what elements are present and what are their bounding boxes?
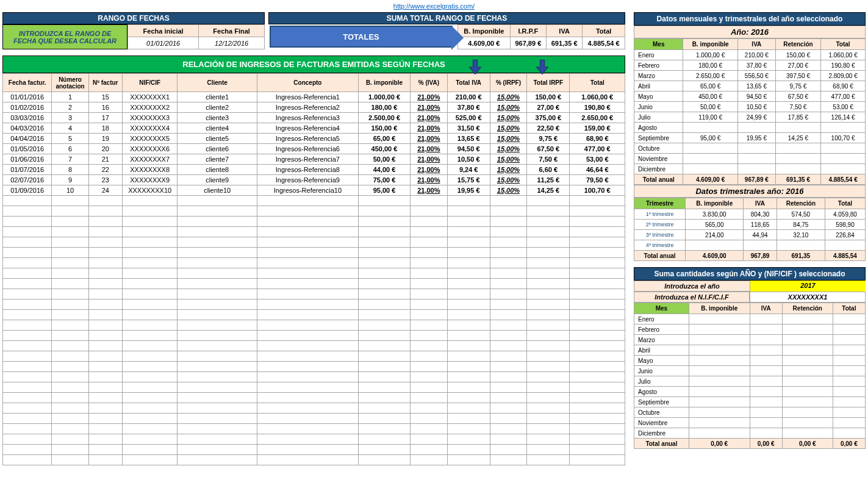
table-row[interactable] [3, 372, 625, 382]
table-row[interactable] [3, 206, 625, 217]
main-col-header: Total IVA [447, 74, 490, 92]
main-col-header: B. imponible [358, 74, 410, 92]
banner-text: RELACIÓN DE INGRESOS DE FACTURAS EMITIDA… [182, 60, 445, 69]
main-col-header: Total IRPF [527, 74, 570, 92]
table-row: Diciembre [634, 428, 866, 439]
intro-nif-input[interactable]: XXXXXXXX1 [750, 292, 866, 303]
table-row[interactable] [3, 310, 625, 320]
table-row[interactable] [3, 403, 625, 414]
introduzca-rango-box: INTRODUZCA EL RANGO DE FECHA QUE DESEA C… [2, 24, 127, 49]
table-row: Marzo [634, 335, 866, 345]
totales-shape: TOTALES [270, 26, 453, 48]
table-row: Septiembre95,00 €19,95 €14,25 €100,70 € [634, 133, 866, 143]
table-row[interactable] [3, 455, 625, 465]
table-row[interactable] [3, 299, 625, 310]
table-row[interactable] [3, 248, 625, 258]
table-row[interactable] [3, 424, 625, 434]
table-row[interactable] [3, 414, 625, 424]
table-row[interactable] [3, 217, 625, 227]
sum-val: 691,35 € [546, 37, 582, 49]
main-col-header: NIF/CIF [122, 74, 177, 92]
table-row[interactable] [3, 393, 625, 403]
table-row[interactable] [3, 445, 625, 455]
arrow-down-icon [467, 59, 484, 76]
table-row: Octubre [634, 407, 866, 418]
table-row: Agosto [634, 387, 866, 397]
table-row[interactable] [3, 196, 625, 206]
table-row[interactable] [3, 331, 625, 341]
table-row[interactable] [3, 227, 625, 237]
mini-col: B. imponible [689, 303, 750, 314]
table-row[interactable] [3, 268, 625, 279]
table-row[interactable]: 01/02/2016216XXXXXXXX2cliente2Ingresos-R… [3, 102, 625, 113]
rango-header: RANGO DE FECHAS [2, 12, 265, 24]
mini-col: Retención [782, 303, 833, 314]
table-row: Agosto [634, 123, 866, 133]
table-row: Mayo450,00 €94,50 €67,50 €477,00 € [634, 91, 866, 102]
mini-col: B. imponible [686, 198, 744, 209]
table-row[interactable] [3, 258, 625, 268]
mini-col: IVA [737, 39, 775, 50]
table-row[interactable] [3, 362, 625, 372]
table-row[interactable]: 03/03/2016317XXXXXXXX3cliente3Ingresos-R… [3, 113, 625, 123]
table-row: Noviembre [634, 418, 866, 428]
table-row: Febrero [634, 325, 866, 335]
table-row: Junio [634, 366, 866, 376]
table-row[interactable] [3, 289, 625, 299]
sum-col: B. Imponible [458, 25, 511, 37]
monthly-panel-title: Datos mensuales y trimestrales del año s… [634, 12, 866, 26]
table-row[interactable] [3, 382, 625, 393]
total-row: Total anual4.609,00967,89691,354.885,54 [634, 251, 866, 261]
fecha-final-label: Fecha Final [199, 25, 265, 37]
main-col-header: Cliente [178, 74, 257, 92]
table-row[interactable] [3, 341, 625, 351]
table-row[interactable]: 04/04/2016519XXXXXXXX5cliente5Ingresos-R… [3, 134, 625, 144]
table-row: Enero [634, 314, 866, 325]
mini-col: Mes [634, 39, 683, 50]
table-row: Abril65,00 €13,65 €9,75 €68,90 € [634, 81, 866, 91]
main-col-header: Fecha factur. [3, 74, 52, 92]
table-row: Mayo [634, 356, 866, 366]
suma-header: SUMA TOTAL RANGO DE FECHAS [268, 12, 625, 24]
table-row[interactable] [3, 279, 625, 289]
table-row: Enero1.000,00 €210,00 €150,00 €1.060,00 … [634, 50, 866, 60]
mini-col: IVA [750, 303, 782, 314]
table-row[interactable]: 04/03/2016418XXXXXXXX4cliente4Ingresos-R… [3, 123, 625, 134]
table-row: 2º trimestre565,00118,6584,75598,90 [634, 220, 866, 230]
excelgratis-link[interactable]: http://www.excelgratis.com/ [393, 2, 475, 10]
sum-col: IVA [546, 25, 582, 37]
table-row[interactable]: 01/01/2016115XXXXXXXX1cliente1Ingresos-R… [3, 92, 625, 102]
main-col-header: Concepto [257, 74, 359, 92]
fecha-inicial-input[interactable]: 01/01/2016 [128, 37, 199, 49]
table-row: Abril [634, 345, 866, 356]
sum-val: 967,89 € [510, 37, 546, 49]
sum-val: 4.609,00 € [458, 37, 511, 49]
monthly-year: Año: 2016 [634, 26, 866, 38]
intro-year-input[interactable]: 2017 [750, 281, 866, 292]
total-row: Total anual0,00 €0,00 €0,00 €0,00 € [634, 439, 866, 449]
table-row: Noviembre [634, 154, 866, 164]
sum-col: I.R.P.F [510, 25, 546, 37]
table-row: Junio50,00 €10,50 €7,50 €53,00 € [634, 102, 866, 112]
table-row[interactable]: 02/07/2016923XXXXXXXX9cliente9Ingresos-R… [3, 175, 625, 185]
mini-col: Retención [777, 198, 825, 209]
intro-nif-label: Introduzca el N.I.F/C.I.F [634, 292, 750, 303]
table-row[interactable] [3, 237, 625, 248]
table-row[interactable]: 01/07/2016822XXXXXXXX8cliente8Ingresos-R… [3, 165, 625, 175]
table-row[interactable]: 01/09/20161024XXXXXXXX10cliente10Ingreso… [3, 185, 625, 196]
mini-col: Total [825, 198, 865, 209]
table-row: Marzo2.650,00 €556,50 €397,50 €2.809,00 … [634, 71, 866, 81]
table-row[interactable] [3, 351, 625, 362]
arrow-down-icon [534, 59, 551, 76]
total-row: Total anual4.609,00 €967,89 €691,35 €4.8… [634, 174, 866, 185]
mini-col: Total [821, 39, 866, 50]
table-row[interactable] [3, 320, 625, 331]
fecha-final-input[interactable]: 12/12/2016 [199, 37, 265, 49]
sum-col: Total [583, 25, 625, 37]
table-row: Febrero180,00 €37,80 €27,00 €190,80 € [634, 60, 866, 71]
table-row: Julio119,00 €24,99 €17,85 €126,14 € [634, 112, 866, 123]
table-row[interactable]: 01/05/2016620XXXXXXXX6cliente6Ingresos-R… [3, 144, 625, 154]
table-row[interactable]: 01/06/2016721XXXXXXXX7cliente7Ingresos-R… [3, 154, 625, 165]
sum-val: 4.885,54 € [583, 37, 625, 49]
table-row[interactable] [3, 434, 625, 445]
